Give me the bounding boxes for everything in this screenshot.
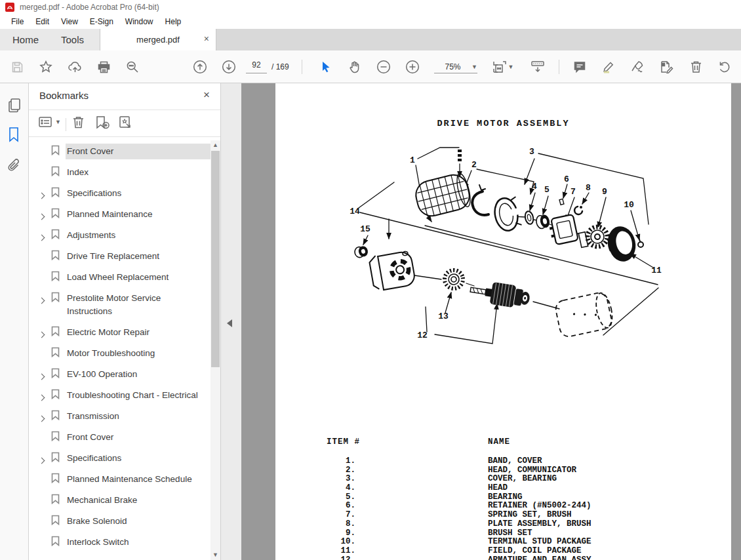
tab-document[interactable]: merged.pdf × <box>100 29 216 50</box>
part-name: TERMINAL STUD PACKAGE <box>488 538 591 547</box>
tab-tools[interactable]: Tools <box>51 30 94 49</box>
diagram-callout: 4 <box>532 182 537 191</box>
scroll-down-icon[interactable]: ▼ <box>210 550 220 560</box>
bookmark-item[interactable]: Electric Motor Repair <box>29 321 211 342</box>
menu-item[interactable]: Help <box>159 15 188 28</box>
bookmark-label: Front Cover <box>67 146 113 156</box>
bookmark-item[interactable]: Interlock Switch <box>29 531 211 552</box>
part-fan <box>443 268 464 290</box>
bookmarks-scrollbar[interactable]: ▲ ▼ <box>210 140 220 560</box>
diagram-callout: 2 <box>471 160 477 170</box>
bookmark-item[interactable]: Troubleshooting Chart - Electrical <box>29 384 211 405</box>
chevron-right-icon[interactable] <box>38 325 51 340</box>
comment-icon[interactable] <box>571 58 589 76</box>
bookmark-item[interactable]: Front Cover <box>29 140 211 161</box>
bookmark-label-wrap: Load Wheel Replacement <box>66 270 211 285</box>
part-name: PLATE ASSEMBLY, BRUSH <box>488 520 591 529</box>
page-number-input[interactable]: 92 <box>246 60 267 73</box>
zoom-level-value: 75% <box>434 62 471 71</box>
delete-pages-icon[interactable] <box>687 58 705 76</box>
close-panel-icon[interactable]: × <box>203 89 210 102</box>
part-end-head <box>369 250 416 291</box>
menu-item[interactable]: E-Sign <box>84 15 119 28</box>
next-page-icon[interactable] <box>220 58 238 76</box>
print-icon[interactable] <box>94 58 113 76</box>
bookmark-label-wrap: Prestolite Motor Service Instructions <box>66 290 211 319</box>
bookmark-item[interactable]: Prestolite Motor Service Instructions <box>29 287 211 321</box>
favorites-star-icon[interactable] <box>37 58 55 76</box>
menu-item[interactable]: View <box>55 15 84 28</box>
select-tool-icon[interactable] <box>317 58 335 76</box>
bookmark-icon <box>51 325 66 339</box>
bookmark-item[interactable]: Front Cover <box>29 426 211 447</box>
scroll-mode-icon[interactable] <box>529 58 547 76</box>
menu-item[interactable]: File <box>5 15 30 28</box>
bookmarks-panel-icon[interactable] <box>7 127 22 142</box>
bookmark-item[interactable]: Load Wheel Replacement <box>29 266 211 287</box>
chevron-right-icon[interactable] <box>38 207 51 222</box>
fit-width-icon[interactable]: ▼ <box>491 58 515 76</box>
bookmark-label: Electric Motor Repair <box>67 327 150 337</box>
bookmark-icon <box>51 207 66 221</box>
document-tab-label: merged.pdf <box>136 35 180 45</box>
bookmark-label: Motor Troubleshooting <box>67 348 155 358</box>
document-viewport[interactable]: DRIVE MOTOR ASSEMBLY <box>241 83 741 560</box>
bookmark-icon <box>51 346 66 360</box>
bookmark-item[interactable]: Specifications <box>29 182 211 203</box>
chevron-right-icon[interactable] <box>38 228 51 243</box>
bookmark-item[interactable]: Brake Solenoid <box>29 510 211 531</box>
share-cloud-icon[interactable] <box>66 58 84 76</box>
bookmark-options-icon[interactable]: ▼ <box>38 115 61 129</box>
chevron-right-icon[interactable] <box>38 409 51 424</box>
zoom-level-dropdown[interactable]: 75% ▼ <box>434 60 477 73</box>
bookmark-icon <box>51 367 66 381</box>
panel-collapse-strip[interactable] <box>221 83 241 560</box>
zoom-in-icon[interactable] <box>403 58 422 76</box>
chevron-right-icon[interactable] <box>38 450 51 466</box>
bookmark-item[interactable]: Drive Tire Replacement <box>29 245 211 266</box>
diagram-callout: 1 <box>410 155 415 165</box>
attachments-paperclip-icon[interactable] <box>7 158 22 174</box>
bookmark-item[interactable]: Mechanical Brake <box>29 489 211 510</box>
chevron-right-icon[interactable] <box>38 186 51 201</box>
bookmark-item[interactable]: Specifications <box>29 447 211 468</box>
bookmark-item[interactable]: Transmission <box>29 405 211 426</box>
collapse-panel-icon[interactable] <box>227 319 232 327</box>
fill-sign-icon[interactable] <box>628 58 647 76</box>
part-item-number: 10. <box>327 538 355 547</box>
bookmark-item[interactable]: Adjustments <box>29 224 211 245</box>
chevron-right-icon[interactable] <box>38 367 51 382</box>
expand-bookmark-icon[interactable] <box>118 115 134 130</box>
bookmark-icon <box>51 513 66 528</box>
bookmark-item[interactable]: Motor Troubleshooting <box>29 342 211 363</box>
add-bookmark-icon[interactable] <box>94 115 110 130</box>
tab-home[interactable]: Home <box>3 30 49 49</box>
close-tab-icon[interactable]: × <box>204 33 209 44</box>
bookmark-item[interactable]: Planned Maintenance <box>29 203 211 224</box>
page-thumbnails-icon[interactable] <box>7 98 22 113</box>
parts-table-row: 3. COVER, BEARING <box>275 475 731 484</box>
diagram-callout: 15 <box>360 224 370 234</box>
menu-item[interactable]: Edit <box>30 15 55 28</box>
zoom-out-icon[interactable] <box>374 58 393 76</box>
highlight-icon[interactable] <box>599 58 618 76</box>
bookmark-label-wrap: Specifications <box>66 186 211 201</box>
search-icon[interactable] <box>123 58 142 76</box>
rotate-refresh-icon[interactable] <box>715 58 733 76</box>
chevron-right-icon[interactable] <box>38 388 51 403</box>
chevron-right-icon[interactable] <box>38 290 51 306</box>
previous-page-icon[interactable] <box>191 58 209 76</box>
part-item-number: 7. <box>327 511 355 520</box>
edit-page-icon[interactable] <box>657 58 675 76</box>
chevron-spacer <box>38 165 51 168</box>
parts-table-row: 9. BRUSH SET <box>275 529 731 538</box>
hand-tool-icon[interactable] <box>346 58 364 76</box>
bookmark-item[interactable]: Planned Maintenance Schedule <box>29 468 211 489</box>
bookmark-item[interactable]: EV-100 Operation <box>29 363 211 384</box>
delete-bookmark-icon[interactable] <box>72 115 85 129</box>
scroll-up-icon[interactable]: ▲ <box>210 140 220 150</box>
menu-item[interactable]: Window <box>119 15 159 28</box>
scrollbar-thumb[interactable] <box>211 151 220 367</box>
bookmark-item[interactable]: Index <box>29 161 211 182</box>
save-icon[interactable] <box>8 58 26 76</box>
